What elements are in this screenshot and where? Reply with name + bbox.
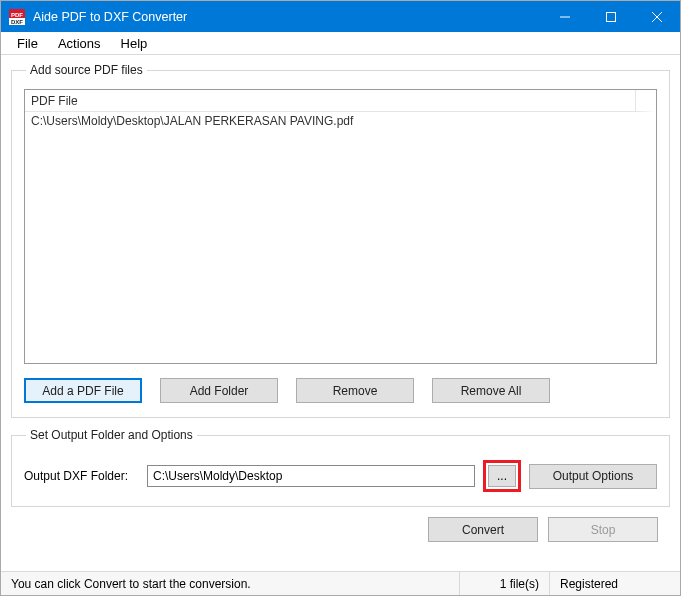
- output-row: Output DXF Folder: ... Output Options: [24, 460, 657, 492]
- output-legend: Set Output Folder and Options: [26, 428, 197, 442]
- table-row[interactable]: C:\Users\Moldy\Desktop\JALAN PERKERASAN …: [25, 112, 656, 129]
- svg-text:PDF: PDF: [11, 11, 23, 17]
- statusbar: You can click Convert to start the conve…: [1, 571, 680, 595]
- window-title: Aide PDF to DXF Converter: [33, 10, 542, 24]
- action-buttons: Convert Stop: [11, 517, 670, 542]
- remove-all-button[interactable]: Remove All: [432, 378, 550, 403]
- output-options-button[interactable]: Output Options: [529, 464, 657, 489]
- stop-button: Stop: [548, 517, 658, 542]
- output-fieldset: Set Output Folder and Options Output DXF…: [11, 428, 670, 507]
- source-buttons: Add a PDF File Add Folder Remove Remove …: [24, 378, 657, 403]
- remove-button[interactable]: Remove: [296, 378, 414, 403]
- menu-file[interactable]: File: [7, 34, 48, 53]
- menubar: File Actions Help: [1, 32, 680, 55]
- minimize-button[interactable]: [542, 1, 588, 32]
- window-controls: [542, 1, 680, 32]
- menu-help[interactable]: Help: [111, 34, 158, 53]
- add-folder-button[interactable]: Add Folder: [160, 378, 278, 403]
- file-list[interactable]: PDF File C:\Users\Moldy\Desktop\JALAN PE…: [24, 89, 657, 364]
- svg-text:DXF: DXF: [11, 19, 23, 25]
- file-list-header[interactable]: PDF File: [25, 90, 656, 112]
- add-pdf-button[interactable]: Add a PDF File: [24, 378, 142, 403]
- svg-rect-5: [607, 12, 616, 21]
- status-hint: You can click Convert to start the conve…: [1, 572, 460, 595]
- convert-button[interactable]: Convert: [428, 517, 538, 542]
- close-button[interactable]: [634, 1, 680, 32]
- status-license: Registered: [550, 572, 680, 595]
- maximize-button[interactable]: [588, 1, 634, 32]
- output-folder-label: Output DXF Folder:: [24, 469, 139, 483]
- column-pdf-file[interactable]: PDF File: [31, 90, 636, 111]
- status-file-count: 1 file(s): [460, 572, 550, 595]
- browse-highlight: ...: [483, 460, 521, 492]
- browse-button[interactable]: ...: [488, 465, 516, 487]
- titlebar: PDF DXF Aide PDF to DXF Converter: [1, 1, 680, 32]
- source-fieldset: Add source PDF files PDF File C:\Users\M…: [11, 63, 670, 418]
- app-icon: PDF DXF: [9, 9, 25, 25]
- content: Add source PDF files PDF File C:\Users\M…: [1, 55, 680, 542]
- output-folder-input[interactable]: [147, 465, 475, 487]
- menu-actions[interactable]: Actions: [48, 34, 111, 53]
- source-legend: Add source PDF files: [26, 63, 147, 77]
